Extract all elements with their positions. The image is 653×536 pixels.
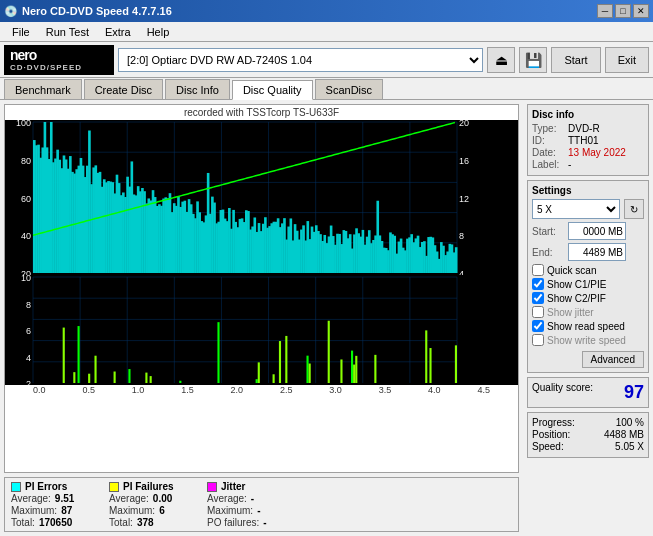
pi-failures-total: 378 [137, 517, 154, 528]
x-axis-label: 4.5 [477, 385, 490, 395]
x-axis: 0.00.51.01.52.02.53.03.54.04.5 [5, 385, 518, 395]
disc-date: 13 May 2022 [568, 147, 626, 158]
pi-failures-color [109, 482, 119, 492]
progress-label: Progress: [532, 417, 575, 428]
tab-scan-disc[interactable]: ScanDisc [315, 79, 383, 99]
show-jitter-checkbox[interactable] [532, 306, 544, 318]
show-jitter-label: Show jitter [547, 307, 594, 318]
progress-section: Progress: 100 % Position: 4488 MB Speed:… [527, 412, 649, 458]
x-axis-label: 4.0 [428, 385, 441, 395]
title-bar: 💿 Nero CD-DVD Speed 4.7.7.16 ─ □ ✕ [0, 0, 653, 22]
speed-value: 5.05 X [615, 441, 644, 452]
menu-run-test[interactable]: Run Test [38, 24, 97, 40]
chart-title: recorded with TSSTcorp TS-U633F [5, 105, 518, 120]
menu-file[interactable]: File [4, 24, 38, 40]
lower-chart [5, 275, 518, 385]
pi-errors-max: 87 [61, 505, 72, 516]
settings-title: Settings [532, 185, 644, 196]
show-write-speed-checkbox[interactable] [532, 334, 544, 346]
upper-chart [5, 120, 518, 275]
pi-failures-stats: PI Failures Average: 0.00 Maximum: 6 Tot… [109, 481, 199, 528]
nero-brand: nero [10, 47, 36, 63]
position-value: 4488 MB [604, 429, 644, 440]
quick-scan-checkbox[interactable] [532, 264, 544, 276]
quality-score-value: 97 [624, 382, 644, 403]
tab-bar: Benchmark Create Disc Disc Info Disc Qua… [0, 78, 653, 100]
pi-errors-color [11, 482, 21, 492]
x-axis-label: 0.0 [33, 385, 46, 395]
x-axis-label: 3.5 [379, 385, 392, 395]
app-icon: 💿 [4, 5, 18, 18]
show-c2-pif-label: Show C2/PIF [547, 293, 606, 304]
pi-errors-total: 170650 [39, 517, 72, 528]
chart-area: recorded with TSSTcorp TS-U633F 0.00.51.… [4, 104, 519, 473]
title-controls: ─ □ ✕ [597, 4, 649, 18]
eject-button[interactable]: ⏏ [487, 47, 515, 73]
end-input[interactable] [568, 243, 626, 261]
main-content: recorded with TSSTcorp TS-U633F 0.00.51.… [0, 100, 653, 536]
settings-refresh-button[interactable]: ↻ [624, 199, 644, 219]
disc-info-section: Disc info Type: DVD-R ID: TTH01 Date: 13… [527, 104, 649, 176]
pi-failures-max: 6 [159, 505, 165, 516]
settings-section: Settings 5 X ↻ Start: End: Quick scan [527, 180, 649, 373]
advanced-button[interactable]: Advanced [582, 351, 644, 368]
x-axis-label: 3.0 [329, 385, 342, 395]
quality-score-label: Quality score: [532, 382, 593, 403]
title-text: 💿 Nero CD-DVD Speed 4.7.7.16 [4, 5, 172, 18]
stats-bar: PI Errors Average: 9.51 Maximum: 87 Tota… [4, 477, 519, 532]
tab-disc-info[interactable]: Disc Info [165, 79, 230, 99]
jitter-max: - [257, 505, 260, 516]
disc-info-title: Disc info [532, 109, 644, 120]
charts-container: 0.00.51.01.52.02.53.03.54.04.5 [5, 120, 518, 472]
disc-type: DVD-R [568, 123, 600, 134]
menu-extra[interactable]: Extra [97, 24, 139, 40]
show-c1-pie-checkbox[interactable] [532, 278, 544, 290]
po-failures: - [263, 517, 266, 528]
maximize-button[interactable]: □ [615, 4, 631, 18]
x-axis-label: 2.0 [231, 385, 244, 395]
disc-id: TTH01 [568, 135, 599, 146]
disc-label: - [568, 159, 571, 170]
save-button[interactable]: 💾 [519, 47, 547, 73]
jitter-color [207, 482, 217, 492]
speed-label: Speed: [532, 441, 564, 452]
jitter-label: Jitter [221, 481, 245, 492]
speed-select[interactable]: 5 X [532, 199, 620, 219]
minimize-button[interactable]: ─ [597, 4, 613, 18]
quality-section: Quality score: 97 [527, 377, 649, 408]
jitter-avg: - [251, 493, 254, 504]
exit-button[interactable]: Exit [605, 47, 649, 73]
tab-benchmark[interactable]: Benchmark [4, 79, 82, 99]
left-panel: recorded with TSSTcorp TS-U633F 0.00.51.… [0, 100, 523, 536]
right-panel: Disc info Type: DVD-R ID: TTH01 Date: 13… [523, 100, 653, 536]
menu-bar: File Run Test Extra Help [0, 22, 653, 42]
jitter-stats: Jitter Average: - Maximum: - PO failures… [207, 481, 297, 528]
tab-create-disc[interactable]: Create Disc [84, 79, 163, 99]
pi-failures-label: PI Failures [123, 481, 174, 492]
pi-failures-avg: 0.00 [153, 493, 172, 504]
nero-logo: nero CD·DVD/SPEED [4, 45, 114, 75]
x-axis-label: 2.5 [280, 385, 293, 395]
quick-scan-label: Quick scan [547, 265, 596, 276]
show-read-speed-checkbox[interactable] [532, 320, 544, 332]
close-button[interactable]: ✕ [633, 4, 649, 18]
start-button[interactable]: Start [551, 47, 600, 73]
pi-errors-label: PI Errors [25, 481, 67, 492]
toolbar: nero CD·DVD/SPEED [2:0] Optiarc DVD RW A… [0, 42, 653, 78]
menu-help[interactable]: Help [139, 24, 178, 40]
progress-value: 100 % [616, 417, 644, 428]
show-c1-pie-label: Show C1/PIE [547, 279, 606, 290]
position-label: Position: [532, 429, 570, 440]
x-axis-label: 1.5 [181, 385, 194, 395]
show-c2-pif-checkbox[interactable] [532, 292, 544, 304]
start-input[interactable] [568, 222, 626, 240]
drive-select[interactable]: [2:0] Optiarc DVD RW AD-7240S 1.04 [118, 48, 483, 72]
nero-product: CD·DVD/SPEED [10, 63, 82, 72]
x-axis-label: 0.5 [82, 385, 95, 395]
show-write-speed-label: Show write speed [547, 335, 626, 346]
x-axis-label: 1.0 [132, 385, 145, 395]
show-read-speed-label: Show read speed [547, 321, 625, 332]
tab-disc-quality[interactable]: Disc Quality [232, 80, 313, 100]
pi-errors-stats: PI Errors Average: 9.51 Maximum: 87 Tota… [11, 481, 101, 528]
title-label: Nero CD-DVD Speed 4.7.7.16 [22, 5, 172, 17]
